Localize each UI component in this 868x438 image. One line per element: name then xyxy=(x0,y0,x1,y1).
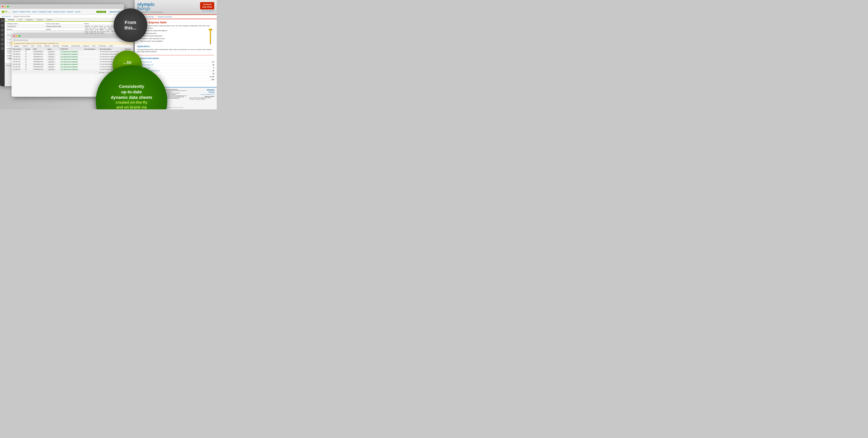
supplier-group: Supplier: xyxy=(45,29,83,33)
catalog-number-input[interactable] xyxy=(7,25,44,28)
nav-buying[interactable]: Buying Groups xyxy=(53,11,66,13)
cell-status: Unknown ▾ xyxy=(46,50,59,53)
col-status: Status xyxy=(46,48,59,50)
ds-applications-text: A through fixing ideal for sheet metal p… xyxy=(135,48,217,54)
from-line2: this... xyxy=(124,25,136,31)
sku-tab-marketing[interactable]: Marketing xyxy=(52,45,60,47)
epim-text-nav: pim putting data first xyxy=(5,10,10,13)
sku-tab-attributes[interactable]: Attributes xyxy=(43,45,51,47)
col-short-desc: Short Description xyxy=(99,48,124,50)
cell-approved: ☑ Is Approved For Publishing xyxy=(59,61,84,63)
sku-header-title: SKUs in this Group xyxy=(13,39,28,41)
ds-tech-row: Anchor Diameter mm 6.2 xyxy=(137,61,214,64)
table-row[interactable]: 126-300-007 33 5055068698635 Unknown ▾ ☑… xyxy=(12,50,134,53)
sku-tab-alias[interactable]: Alias xyxy=(30,45,35,47)
cell-version: 33 xyxy=(24,61,32,63)
user-guides-btn[interactable]: User Guides xyxy=(96,11,106,13)
col-sku-text: SKU Text xyxy=(124,48,134,50)
ds-bullet-item: Tapered end for easy installation. xyxy=(140,40,214,42)
ds-category-divider: | xyxy=(156,16,156,18)
product-group-name-input[interactable] xyxy=(45,25,83,28)
cell-sku: 126-300-007 xyxy=(12,50,24,53)
col-approved: ☐ Approved xyxy=(59,48,84,50)
sku-notice-link[interactable]: here xyxy=(55,43,58,44)
sku-tab-keywords[interactable]: Keywords xyxy=(82,45,91,47)
ds-footer-col3: olympic fixings www.olympicfixings.co.uk… xyxy=(189,89,215,105)
ds-bullet-item: Once inserted the spring steel tightens. xyxy=(140,30,214,32)
sidebar-icon-3[interactable] xyxy=(1,29,4,32)
nav-datasheet[interactable]: Datasheet Stats xyxy=(38,11,52,13)
col-price-sel: Price Selection 2 xyxy=(84,48,99,50)
sku-tab-details2[interactable]: Details 2 xyxy=(22,45,29,47)
tab-headers[interactable]: Headers xyxy=(45,18,54,21)
ds-badge-line2: Data Sheet xyxy=(202,6,212,8)
sidebar-icon-2[interactable] xyxy=(1,24,4,27)
maximize-dot[interactable] xyxy=(7,6,9,7)
sku-tab-etim[interactable]: ETIM xyxy=(91,45,97,47)
nav-logoff[interactable]: Log off xyxy=(74,11,80,13)
ds-category-bar: Fasteners & Fixings | Express Anchors xyxy=(135,14,217,19)
nav-search[interactable]: Search xyxy=(12,11,18,13)
sidebar-icon-4[interactable] xyxy=(1,33,4,36)
sidebar-icon-6[interactable] xyxy=(1,42,4,45)
sku-notice: To speed up SKU editing, you can view SK… xyxy=(11,42,134,45)
cell-gtin: 5055068607511 xyxy=(32,56,46,58)
tab-categories[interactable]: Categories xyxy=(24,18,35,21)
cell-status: Unknown ▾ xyxy=(46,56,59,58)
ds-footer-olympic: olympic xyxy=(207,89,215,91)
product-group-name-group: Product Group Name: xyxy=(45,23,83,28)
ds-badge: Technical Data Sheet xyxy=(200,2,214,9)
cell-sku: 126-300-030 xyxy=(12,63,24,66)
cell-status: Unknown ▾ xyxy=(46,66,59,68)
cell-approved: ☑ Is Approved For Publishing xyxy=(59,50,84,53)
sidebar-icon-5[interactable] xyxy=(1,38,4,41)
tab-catalogue[interactable]: Catalogue xyxy=(6,18,17,21)
ds-logo: olympic fixings xyxy=(137,2,163,11)
cell-status: Unknown ▾ xyxy=(46,68,59,71)
main-wrapper: e pim putting data first Search Switch C… xyxy=(0,0,217,109)
sku-tab-pricing[interactable]: Pricing xyxy=(36,45,42,47)
catalog-number-label: Catalog Number: xyxy=(7,23,44,24)
breadcrumb-separator: › xyxy=(12,15,12,17)
breadcrumb-current: Olympic Express Nails xyxy=(13,15,30,17)
prev-page-btn[interactable]: ‹ xyxy=(96,71,98,74)
breadcrumb-all-products[interactable]: All Products xyxy=(2,15,11,17)
cell-approved: ☑ Is Approved For Publishing xyxy=(59,63,84,66)
cell-status: Unknown ▾ xyxy=(46,63,59,66)
close-dot[interactable] xyxy=(2,6,3,7)
ds-tech-row: Hole Diameter mm 6 xyxy=(137,66,214,69)
cell-gtin: 5055068607559 xyxy=(32,66,46,68)
sku-tab-edata[interactable]: eData xyxy=(108,45,114,47)
sidebar-icon-1[interactable] xyxy=(1,19,4,22)
sku-tab-details1[interactable]: Details 1 xyxy=(12,45,21,47)
cell-approved: ☑ Is Approved For Publishing xyxy=(59,56,84,58)
heading-input[interactable] xyxy=(7,31,44,33)
sku-tab-webattributes[interactable]: Web Attributes xyxy=(70,45,81,47)
cell-version: 33 xyxy=(24,53,32,56)
nav-imports[interactable]: Imports xyxy=(67,11,73,13)
promo-line2: up-to-date xyxy=(117,89,146,95)
cell-status: Unknown ▾ xyxy=(46,61,59,63)
close-dot-front[interactable] xyxy=(13,35,15,37)
sku-tab-luckinslive[interactable]: LUCKINSlive xyxy=(97,45,107,47)
supplier-input[interactable] xyxy=(45,31,83,33)
ds-applications-title: Applications xyxy=(135,44,217,48)
epim-e-icon: e xyxy=(2,10,4,13)
tab-channels[interactable]: Channels xyxy=(35,18,45,21)
minimize-dot-front[interactable] xyxy=(16,35,18,37)
nav-switch[interactable]: Switch Client xyxy=(20,11,31,13)
pim-sidebar xyxy=(0,18,5,86)
minimize-dot[interactable] xyxy=(4,6,6,7)
cell-price-sel xyxy=(84,53,99,56)
ds-footer-url: www.olympicfixings.co.uk xyxy=(200,94,215,95)
cell-sku: 126-300-040 xyxy=(12,68,24,71)
tab-etim[interactable]: ETIM xyxy=(17,18,24,21)
maximize-dot-front[interactable] xyxy=(19,35,21,37)
cell-sku: 126-300-025 xyxy=(12,61,24,63)
sku-tab-packaging[interactable]: Packaging xyxy=(61,45,69,47)
nav-admin[interactable]: Admin xyxy=(32,11,37,13)
sidebar-icon-7[interactable] xyxy=(1,47,4,50)
table-row[interactable]: 126-300-010 33 5055068607504 Unknown ▾ ☑… xyxy=(12,53,134,56)
cell-version: 33 xyxy=(24,50,32,53)
ds-footer-col2-addr: Unit 3, Greenway Industrial Estate, Conl… xyxy=(163,90,188,93)
